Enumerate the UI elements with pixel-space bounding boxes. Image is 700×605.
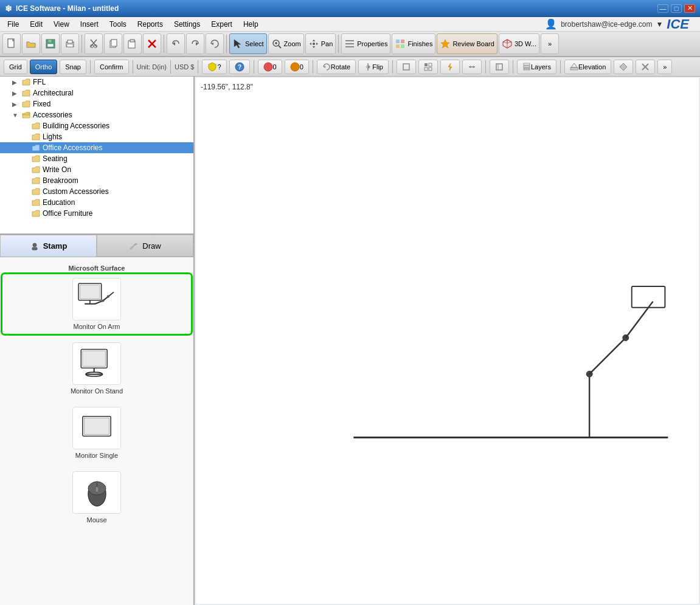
toolbar2-more-button[interactable]: »: [657, 60, 672, 74]
tree-item-fixed[interactable]: ▶ Fixed: [0, 99, 193, 109]
snap-button[interactable]: Snap: [60, 60, 86, 74]
maximize-button[interactable]: □: [671, 4, 682, 13]
svg-rect-12: [111, 40, 117, 46]
badge1-button[interactable]: 0: [258, 60, 282, 74]
menu-reports[interactable]: Reports: [133, 19, 168, 30]
svg-rect-32: [345, 46, 354, 47]
box2-button[interactable]: [418, 60, 438, 74]
svg-marker-48: [368, 64, 370, 69]
open-button[interactable]: [22, 33, 40, 54]
box3-button[interactable]: [490, 60, 509, 74]
tree-item-fixed-label: Fixed: [33, 100, 50, 108]
copy-button[interactable]: [104, 33, 122, 54]
stamp-item-monitor-on-arm[interactable]: Monitor On Arm: [2, 274, 191, 334]
properties-button[interactable]: Properties: [341, 33, 390, 54]
toolbar-more-button[interactable]: »: [541, 33, 559, 54]
draw-tab[interactable]: Draw: [97, 235, 193, 257]
elevation-button[interactable]: Elevation: [564, 60, 611, 74]
finishes-button[interactable]: Finishes: [392, 33, 435, 54]
diamond-button[interactable]: [614, 60, 633, 74]
menu-expert[interactable]: Expert: [206, 19, 237, 30]
delete-button[interactable]: [143, 33, 161, 54]
shield-icon-button[interactable]: ?: [202, 60, 226, 74]
select-button[interactable]: Select: [229, 33, 267, 54]
app-icon: ❄: [5, 4, 12, 13]
stamp-item-monitor-on-stand[interactable]: Monitor On Stand: [2, 339, 191, 398]
tree-item-accessories[interactable]: ▼ Accessories: [0, 109, 193, 120]
tree-item-education[interactable]: Education: [0, 197, 193, 208]
close-button[interactable]: ✕: [684, 4, 695, 13]
tree-item-office-accessories[interactable]: Office Accessories: [0, 142, 193, 153]
tree-item-write-on[interactable]: Write On: [0, 164, 193, 175]
review-board-button[interactable]: Review Board: [437, 33, 497, 54]
app-title: ICE Software - Milan - untitled: [16, 4, 119, 13]
user-email[interactable]: brobertshaw@ice-edge.com: [561, 20, 652, 29]
stamp-item-monitor-single[interactable]: Monitor Single: [2, 403, 191, 463]
tree-item-building-accessories[interactable]: Building Accessories: [0, 120, 193, 131]
review-board-label: Review Board: [452, 40, 494, 47]
3d-view-button[interactable]: 3D W...: [499, 33, 539, 54]
tree-item-lights[interactable]: Lights: [0, 131, 193, 142]
svg-rect-52: [425, 67, 428, 71]
svg-rect-35: [396, 44, 400, 48]
ortho-button[interactable]: Ortho: [30, 60, 58, 74]
help-button[interactable]: ?: [229, 60, 250, 74]
menu-help[interactable]: Help: [238, 19, 263, 30]
mouse-label: Mouse: [86, 516, 106, 524]
svg-rect-36: [401, 44, 404, 48]
refresh-button[interactable]: [206, 33, 224, 54]
x-button[interactable]: [636, 60, 655, 74]
minimize-button[interactable]: —: [657, 4, 668, 13]
paste-button[interactable]: [123, 33, 142, 54]
cut-button[interactable]: [85, 33, 103, 54]
canvas-area[interactable]: -119.56", 112.8": [195, 77, 700, 605]
menu-settings[interactable]: Settings: [169, 19, 205, 30]
user-dropdown-icon[interactable]: ▼: [656, 20, 663, 29]
stamp-tab[interactable]: Stamp: [0, 235, 97, 257]
menu-file[interactable]: File: [2, 19, 24, 30]
save-button[interactable]: [41, 33, 60, 54]
elevation-label: Elevation: [578, 63, 606, 71]
tree-item-custom-accessories[interactable]: Custom Accessories: [0, 186, 193, 197]
svg-rect-69: [32, 247, 37, 250]
new-button[interactable]: [2, 33, 21, 54]
tree-item-seating[interactable]: Seating: [0, 153, 193, 164]
canvas-content[interactable]: -119.56", 112.8": [196, 78, 699, 604]
tree-item-ffl[interactable]: ▶ FFL: [0, 77, 193, 88]
arrows-button[interactable]: [462, 60, 482, 74]
zoom-button[interactable]: Zoom: [268, 33, 304, 54]
currency-label: USD $: [175, 63, 194, 71]
flip-button[interactable]: Flip: [358, 60, 389, 74]
monitor-on-arm-icon: [72, 278, 121, 320]
pan-button[interactable]: Pan: [305, 33, 336, 54]
menu-edit[interactable]: Edit: [25, 19, 47, 30]
zoom-label: Zoom: [284, 40, 301, 47]
layers-button[interactable]: Layers: [517, 60, 556, 74]
undo-button[interactable]: [167, 33, 185, 54]
grid-button[interactable]: Grid: [4, 60, 27, 74]
confirm-button[interactable]: Confirm: [94, 60, 129, 74]
rotate-button[interactable]: Rotate: [317, 60, 356, 74]
svg-text:?: ?: [238, 64, 241, 71]
badge2-button[interactable]: 0: [285, 60, 309, 74]
tree-item-architectural[interactable]: ▶ Architectural: [0, 88, 193, 99]
svg-marker-54: [448, 63, 452, 71]
tree-item-ffl-label: FFL: [33, 78, 46, 86]
menu-view[interactable]: View: [49, 19, 74, 30]
lightning-button[interactable]: [440, 60, 460, 74]
print-button[interactable]: [61, 33, 79, 54]
svg-marker-47: [366, 64, 368, 69]
tree-item-office-furniture[interactable]: Office Furniture: [0, 208, 193, 219]
redo-button[interactable]: [186, 33, 204, 54]
svg-marker-39: [507, 40, 511, 43]
svg-rect-30: [345, 40, 354, 41]
menu-tools[interactable]: Tools: [105, 19, 131, 30]
svg-marker-64: [571, 63, 577, 67]
svg-rect-53: [429, 67, 432, 71]
menu-insert[interactable]: Insert: [75, 19, 103, 30]
tree-item-breakroom-label: Breakroom: [43, 176, 78, 185]
stamp-item-mouse[interactable]: Mouse: [2, 468, 191, 527]
svg-rect-2: [48, 40, 52, 43]
tree-item-breakroom[interactable]: Breakroom: [0, 175, 193, 186]
box1-button[interactable]: [397, 60, 416, 74]
